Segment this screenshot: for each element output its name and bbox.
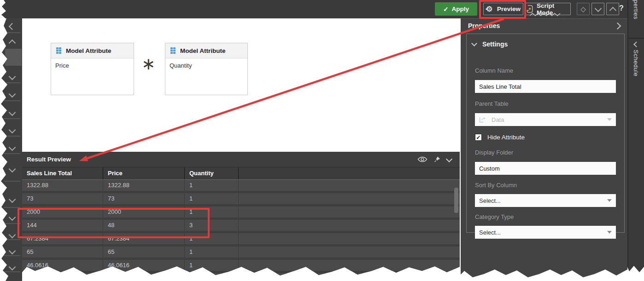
table-cell xyxy=(103,273,185,281)
vertical-scrollbar-thumb[interactable] xyxy=(454,188,458,213)
category-type-dropdown[interactable]: Select... xyxy=(475,226,616,239)
table-cell: 1 xyxy=(185,206,239,218)
tab-schedule-vertical[interactable]: Schedule xyxy=(632,50,639,76)
parent-table-value: Data xyxy=(492,116,504,123)
chevron-down-icon[interactable] xyxy=(9,109,16,116)
tab-divider xyxy=(628,38,644,39)
model-attribute-card-price[interactable]: Model Attribute Price xyxy=(51,43,134,95)
column-header[interactable]: Sales Line Total xyxy=(22,167,103,179)
table-cell xyxy=(239,247,460,258)
table-cell: 67.2384 xyxy=(103,233,185,244)
strip-divider xyxy=(4,223,20,224)
table-cell: 73 xyxy=(22,193,103,204)
right-tab-strip: Properties Schedule xyxy=(627,0,644,281)
chevron-left-icon[interactable] xyxy=(9,23,16,30)
table-cell: 65 xyxy=(22,247,103,258)
collapse-properties-icon[interactable] xyxy=(614,23,621,30)
table-cell xyxy=(239,220,460,231)
table-cell: 1322.88 xyxy=(22,180,103,191)
table-row[interactable]: 46.061646.06161 xyxy=(22,260,460,271)
table-cell: 2000 xyxy=(22,206,103,218)
result-preview-panel: Result Preview Sales Line Total Price Qu… xyxy=(22,152,460,281)
table-cell xyxy=(239,273,460,281)
column-header[interactable]: Price xyxy=(103,167,185,179)
chevron-down-icon[interactable] xyxy=(9,264,16,271)
chevron-down-icon xyxy=(471,40,477,46)
properties-panel-header: Properties xyxy=(461,19,627,33)
table-cell: 48 xyxy=(103,220,185,231)
chevron-down-icon[interactable] xyxy=(9,144,16,151)
pin-icon[interactable] xyxy=(434,156,440,163)
parent-table-dropdown[interactable]: Data xyxy=(475,113,616,126)
table-row[interactable]: 67.238467.23841 xyxy=(22,233,460,244)
eye-icon[interactable] xyxy=(417,156,427,163)
collapse-panel-icon[interactable] xyxy=(446,155,452,162)
chevron-down-icon[interactable] xyxy=(9,126,16,134)
table-cell: 46.0616 xyxy=(22,260,103,271)
table-cell: 123 xyxy=(22,273,103,281)
collapse-up-button[interactable] xyxy=(606,3,619,15)
sort-by-column-dropdown[interactable]: Select... xyxy=(475,194,616,207)
table-row[interactable]: 65651 xyxy=(22,247,460,258)
category-type-label: Category Type xyxy=(475,213,514,220)
table-cell xyxy=(239,193,460,204)
strip-divider xyxy=(4,100,20,101)
table-row[interactable]: 200020001 xyxy=(22,206,460,218)
model-attribute-card-quantity[interactable]: Model Attribute Quantity xyxy=(165,43,248,95)
table-cell: 144 xyxy=(22,220,103,231)
card-header: Model Attribute xyxy=(165,43,247,58)
model-attribute-grid-icon xyxy=(170,47,176,54)
result-preview-header: Result Preview xyxy=(22,152,460,167)
chevron-down-icon[interactable] xyxy=(9,166,16,173)
column-name-label: Column Name xyxy=(475,67,513,74)
diamond-button[interactable]: ◇ xyxy=(577,3,590,15)
hide-attribute-label: Hide Attribute xyxy=(487,134,525,141)
preview-button[interactable]: ⚙ ✓ Preview xyxy=(483,3,523,15)
chevron-left-icon xyxy=(633,41,639,47)
card-title: Model Attribute xyxy=(66,47,111,54)
hide-attribute-checkbox[interactable]: ✓ xyxy=(475,134,482,141)
settings-section-header[interactable]: Settings xyxy=(472,40,508,48)
table-header-row: Sales Line Total Price Quantity xyxy=(22,167,460,180)
table-cell: 1 xyxy=(185,233,239,244)
help-button[interactable]: ? xyxy=(619,4,624,12)
result-preview-title: Result Preview xyxy=(27,156,71,163)
chevron-down-icon[interactable] xyxy=(9,196,16,203)
multiply-operator: ∗ xyxy=(141,54,155,74)
dropdown-arrow-icon xyxy=(607,231,612,234)
strip-divider xyxy=(4,207,20,208)
card-value: Price xyxy=(51,58,134,69)
strip-divider xyxy=(4,255,20,256)
table-row[interactable]: 1322.881322.881 xyxy=(22,180,460,191)
properties-panel-title: Properties xyxy=(468,22,500,29)
sort-by-column-value: Select... xyxy=(479,197,501,204)
strip-divider xyxy=(4,32,20,33)
table-cell: 3 xyxy=(185,220,239,231)
table-row[interactable]: 144483 xyxy=(22,220,460,231)
table-row[interactable]: 123 xyxy=(22,273,460,281)
table-cell xyxy=(239,260,460,271)
display-folder-input[interactable] xyxy=(475,162,616,175)
table-row[interactable]: 73731 xyxy=(22,193,460,204)
table-cell: 2000 xyxy=(103,206,185,218)
column-header[interactable]: Quantity xyxy=(185,167,239,179)
chevron-down-icon[interactable] xyxy=(9,247,16,255)
tab-properties-vertical[interactable]: Properties xyxy=(632,0,639,19)
collapse-down-button[interactable] xyxy=(591,3,604,15)
model-attribute-grid-icon xyxy=(56,47,61,54)
dropdown-arrow-icon xyxy=(607,118,612,121)
scroll-thumb[interactable] xyxy=(5,49,22,66)
preview-button-label: Preview xyxy=(497,6,521,12)
table-cell: 1322.88 xyxy=(103,180,185,191)
chevron-down-icon[interactable] xyxy=(9,214,16,221)
chevron-down-icon[interactable] xyxy=(9,73,16,80)
table-cell xyxy=(239,206,460,218)
chevron-up-icon[interactable] xyxy=(9,40,16,47)
card-header: Model Attribute xyxy=(51,43,134,58)
column-name-input[interactable] xyxy=(475,80,616,93)
apply-button[interactable]: ✓ Apply xyxy=(435,2,477,16)
chevron-down-icon[interactable] xyxy=(9,91,16,98)
category-type-value: Select... xyxy=(479,229,501,236)
checkbox-check-icon: ✓ xyxy=(476,134,480,141)
chevron-down-icon[interactable] xyxy=(9,231,16,239)
